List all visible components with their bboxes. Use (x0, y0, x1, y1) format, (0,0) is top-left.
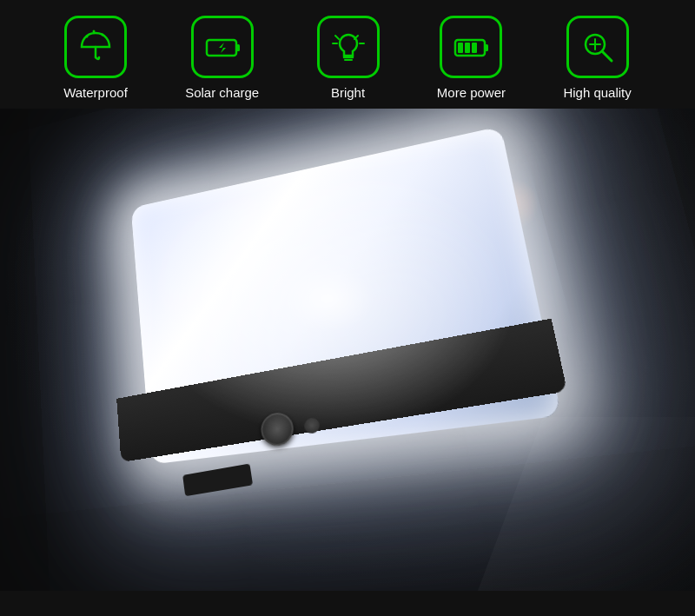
svg-rect-15 (465, 43, 470, 53)
more-power-icon (452, 28, 490, 66)
high-quality-icon-box (566, 16, 629, 78)
svg-line-10 (335, 36, 339, 39)
feature-item-high-quality: High quality (563, 16, 631, 100)
more-power-label: More power (437, 85, 506, 100)
device-container (70, 143, 608, 517)
feature-bar: Waterproof Solar charge (0, 0, 695, 109)
svg-rect-14 (458, 43, 463, 53)
svg-rect-16 (472, 43, 477, 53)
waterproof-icon-box (64, 16, 127, 78)
solar-charge-icon-box (191, 16, 254, 78)
bright-label: Bright (331, 85, 365, 100)
product-image (0, 109, 695, 591)
bright-icon-box (317, 16, 380, 78)
waterproof-label: Waterproof (63, 85, 128, 100)
high-quality-icon (579, 28, 617, 66)
svg-rect-13 (485, 44, 488, 51)
svg-rect-5 (236, 44, 240, 51)
mounting-bracket (182, 463, 253, 496)
svg-point-1 (85, 36, 88, 38)
bright-icon (329, 28, 367, 66)
feature-item-bright: Bright (317, 16, 380, 100)
feature-item-waterproof: Waterproof (63, 16, 128, 100)
svg-line-18 (602, 51, 612, 61)
high-quality-label: High quality (563, 85, 631, 100)
waterproof-icon (76, 28, 115, 66)
feature-item-more-power: More power (437, 16, 506, 100)
solar-charge-label: Solar charge (185, 85, 259, 100)
svg-line-11 (354, 36, 358, 39)
svg-point-3 (101, 34, 103, 36)
more-power-icon-box (440, 16, 502, 78)
feature-item-solar-charge: Solar charge (185, 16, 259, 100)
solar-charge-icon (203, 28, 242, 66)
svg-point-2 (92, 30, 95, 33)
